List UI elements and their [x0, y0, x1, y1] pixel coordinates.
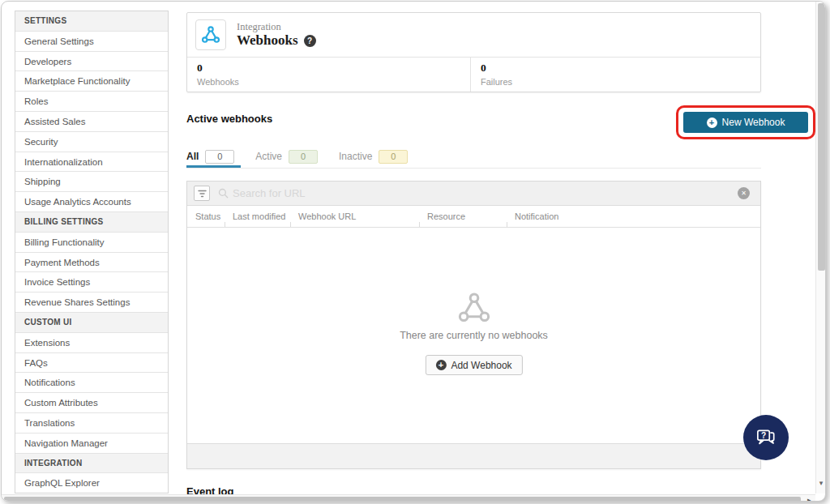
column-notification: Notification	[507, 211, 760, 221]
sidebar-section-custom-ui: CUSTOM UI	[15, 313, 168, 333]
page-title: Webhooks	[237, 32, 298, 49]
sidebar-section-integration: INTEGRATION	[15, 454, 168, 474]
clear-icon[interactable]: ✕	[738, 187, 750, 199]
stat-failures-label: Failures	[481, 77, 512, 87]
stat-webhooks-label: Webhooks	[197, 77, 470, 87]
breadcrumb-category: Integration	[237, 21, 316, 32]
stat-webhooks-value: 0	[197, 62, 470, 75]
horizontal-scrollbar[interactable]: ▸	[2, 494, 815, 502]
empty-webhook-icon	[456, 289, 493, 327]
sidebar-item-usage-analytics-accounts[interactable]: Usage Analytics Accounts	[15, 192, 168, 212]
column-divider	[225, 222, 225, 227]
stats-row: 0 Webhooks 0 Failures	[187, 58, 760, 92]
sidebar-item-translations[interactable]: Translations	[15, 413, 168, 434]
new-webhook-button-label: New Webhook	[722, 117, 785, 128]
new-webhook-button[interactable]: + New Webhook	[683, 112, 808, 133]
sidebar-item-roles[interactable]: Roles	[15, 92, 168, 112]
sidebar-item-general-settings[interactable]: General Settings	[15, 32, 168, 52]
sidebar-item-security[interactable]: Security	[15, 132, 168, 152]
stat-failures-value: 0	[481, 62, 512, 75]
settings-sidebar: SETTINGS General Settings Developers Mar…	[15, 11, 169, 493]
search-bar: ✕	[187, 182, 760, 206]
add-webhook-button-label: Add Webhook	[451, 360, 511, 371]
filter-icon	[198, 190, 207, 198]
sidebar-item-notifications[interactable]: Notifications	[15, 373, 168, 393]
sidebar-item-graphql-explorer[interactable]: GraphQL Explorer	[15, 473, 168, 493]
webhook-icon	[200, 24, 221, 45]
webhook-tabs: All 0 Active 0 Inactive 0	[186, 148, 761, 164]
svg-text:?: ?	[761, 431, 766, 440]
help-icon[interactable]: ?	[304, 35, 316, 47]
column-last-modified: Last modified	[225, 211, 290, 221]
tab-active-count-badge: 0	[289, 150, 318, 164]
page-header-top: Integration Webhooks ?	[187, 13, 760, 58]
sidebar-item-marketplace-functionality[interactable]: Marketplace Functionality	[15, 71, 168, 92]
tab-divider	[186, 168, 761, 169]
stat-failures: 0 Failures	[471, 58, 512, 92]
column-divider	[419, 222, 420, 227]
plus-icon: +	[707, 117, 717, 128]
column-webhook-url: Webhook URL	[290, 211, 419, 221]
tab-active-label: Active	[255, 151, 282, 162]
sidebar-section-billing-settings: BILLING SETTINGS	[15, 212, 168, 233]
chat-help-button[interactable]: ?	[743, 415, 789, 460]
horizontal-scrollbar-thumb[interactable]	[4, 497, 801, 502]
webhook-icon-box	[195, 19, 226, 50]
page-header-card: Integration Webhooks ? 0 Webhooks 0 Fail…	[186, 12, 761, 92]
tab-inactive-count-badge: 0	[379, 150, 408, 164]
sidebar-item-shipping[interactable]: Shipping	[15, 172, 168, 192]
chat-help-icon: ?	[753, 425, 779, 451]
search-input[interactable]	[233, 182, 711, 205]
scroll-down-icon[interactable]: ▾	[816, 479, 826, 487]
window-frame: SETTINGS General Settings Developers Mar…	[1, 1, 826, 502]
active-webhooks-heading: Active webhooks	[186, 113, 272, 125]
sidebar-section-settings: SETTINGS	[15, 11, 168, 32]
title-block: Integration Webhooks ?	[237, 21, 316, 49]
tab-active[interactable]: Active 0	[255, 150, 318, 164]
column-divider	[290, 222, 291, 227]
search-icon	[218, 188, 229, 199]
table-header-row: Status Last modified Webhook URL Resourc…	[187, 206, 760, 228]
table-footer	[187, 443, 760, 468]
sidebar-item-extensions[interactable]: Extensions	[15, 333, 168, 353]
sidebar-item-faqs[interactable]: FAQs	[15, 353, 168, 374]
column-resource: Resource	[419, 211, 507, 221]
tab-inactive[interactable]: Inactive 0	[339, 150, 408, 164]
table-empty-body: There are currently no webhooks + Add We…	[187, 228, 760, 444]
sidebar-item-custom-attributes[interactable]: Custom Attributes	[15, 393, 168, 413]
tab-all[interactable]: All 0	[186, 150, 234, 164]
vertical-scrollbar[interactable]: ▾	[815, 2, 826, 493]
sidebar-item-developers[interactable]: Developers	[15, 52, 168, 72]
vertical-scrollbar-thumb[interactable]	[818, 3, 825, 271]
sidebar-item-revenue-shares-settings[interactable]: Revenue Shares Settings	[15, 293, 168, 313]
column-status: Status	[187, 211, 225, 221]
stat-webhooks: 0 Webhooks	[187, 58, 471, 92]
webhooks-table: ✕ Status Last modified Webhook URL Resou…	[186, 181, 761, 469]
sidebar-item-billing-functionality[interactable]: Billing Functionality	[15, 233, 168, 253]
add-webhook-button[interactable]: + Add Webhook	[425, 355, 522, 375]
plus-icon: +	[435, 360, 446, 370]
scroll-right-icon[interactable]: ▸	[807, 496, 811, 502]
sidebar-item-payment-methods[interactable]: Payment Methods	[15, 253, 168, 273]
empty-state-message: There are currently no webhooks	[187, 330, 760, 341]
filter-button[interactable]	[194, 186, 210, 201]
sidebar-item-navigation-manager[interactable]: Navigation Manager	[15, 434, 168, 454]
tab-inactive-label: Inactive	[339, 151, 372, 162]
tab-all-count-badge: 0	[205, 150, 234, 164]
tab-all-label: All	[186, 151, 199, 162]
column-divider	[507, 222, 507, 227]
sidebar-item-invoice-settings[interactable]: Invoice Settings	[15, 272, 168, 293]
sidebar-item-internationalization[interactable]: Internationalization	[15, 152, 168, 173]
sidebar-item-assisted-sales[interactable]: Assisted Sales	[15, 112, 168, 132]
